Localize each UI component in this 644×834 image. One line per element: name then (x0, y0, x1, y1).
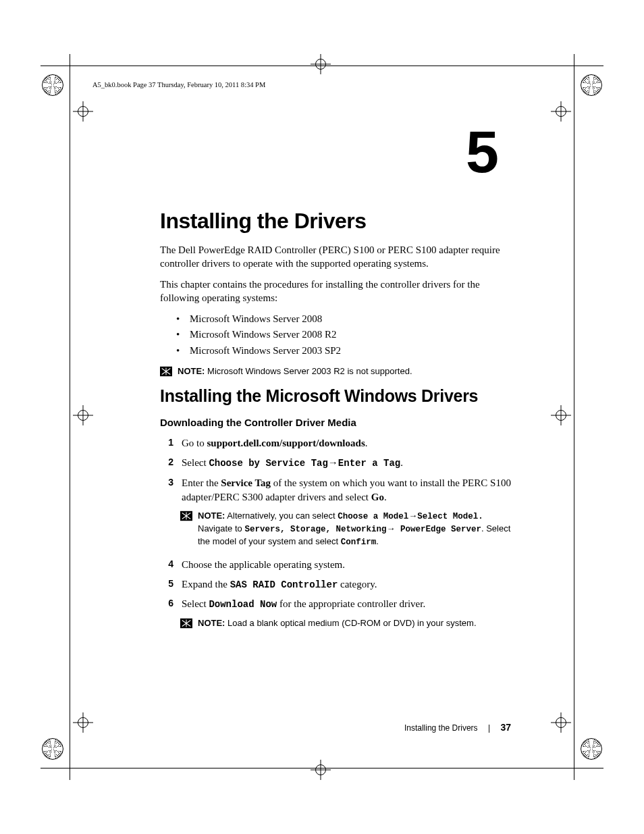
chapter-title: Installing the Drivers (160, 209, 511, 234)
step-4: 4 Choose the applicable operating system… (160, 558, 511, 572)
step-2: 2 Select Choose by Service Tag→Enter a T… (160, 456, 511, 471)
footer-title: Installing the Drivers (404, 723, 478, 733)
intro-paragraph-1: The Dell PowerEdge RAID Controller (PERC… (160, 243, 511, 271)
reg-mark-crosshair (73, 101, 93, 122)
step-1: 1 Go to support.dell.com/support/downloa… (160, 436, 511, 450)
note-text: NOTE: Microsoft Windows Server 2003 R2 i… (178, 365, 412, 377)
note-alternatively: NOTE: Alternatively, you can select Choo… (180, 510, 511, 548)
page-content: A5_bk0.book Page 37 Thursday, February 1… (160, 81, 511, 638)
step-5: 5 Expand the SAS RAID Controller categor… (160, 577, 511, 592)
reg-mark-crosshair (73, 405, 93, 425)
os-bullet-list: •Microsoft Windows Server 2008 •Microsof… (160, 311, 511, 359)
reg-mark-rosette-bl (42, 738, 63, 760)
list-item: •Microsoft Windows Server 2008 (173, 311, 511, 327)
intro-paragraph-2: This chapter contains the procedures for… (160, 278, 511, 305)
trim-line-left (70, 54, 70, 780)
reg-mark-rosette-br (581, 738, 602, 760)
reg-mark-crosshair (73, 712, 93, 733)
trim-line-right (574, 54, 574, 780)
note-load-medium: NOTE: Load a blank optical medium (CD-RO… (180, 617, 511, 629)
subsection-heading: Downloading the Controller Driver Media (160, 417, 511, 428)
step-3: 3 Enter the Service Tag of the system on… (160, 476, 511, 504)
bullet-text: Microsoft Windows Server 2008 R2 (190, 327, 336, 342)
reg-mark-rosette-tr (581, 74, 602, 96)
list-item: •Microsoft Windows Server 2003 SP2 (173, 343, 511, 359)
note-icon (160, 366, 172, 377)
note-text: NOTE: Alternatively, you can select Choo… (198, 510, 511, 548)
note-icon (180, 618, 192, 629)
bullet-text: Microsoft Windows Server 2008 (190, 311, 322, 327)
reg-mark-crosshair-top (311, 54, 331, 74)
page-number: 37 (500, 722, 511, 733)
note-text: NOTE: Load a blank optical medium (CD-RO… (198, 617, 477, 629)
section-heading: Installing the Microsoft Windows Drivers (160, 386, 511, 406)
footer-sep: | (488, 723, 490, 733)
reg-mark-crosshair (551, 101, 571, 122)
list-item: •Microsoft Windows Server 2008 R2 (173, 327, 511, 342)
running-head: A5_bk0.book Page 37 Thursday, February 1… (92, 81, 511, 88)
reg-mark-rosette-tl (42, 74, 63, 96)
step-6: 6 Select Download Now for the appropriat… (160, 597, 511, 612)
reg-mark-crosshair-bottom (311, 760, 331, 780)
reg-mark-crosshair (551, 712, 571, 733)
note-icon (180, 511, 192, 521)
chapter-number: 5 (160, 122, 498, 182)
reg-mark-crosshair (551, 405, 571, 425)
note-not-supported: NOTE: Microsoft Windows Server 2003 R2 i… (160, 365, 511, 377)
bullet-text: Microsoft Windows Server 2003 SP2 (190, 343, 341, 359)
page-footer: Installing the Drivers | 37 (160, 722, 511, 733)
